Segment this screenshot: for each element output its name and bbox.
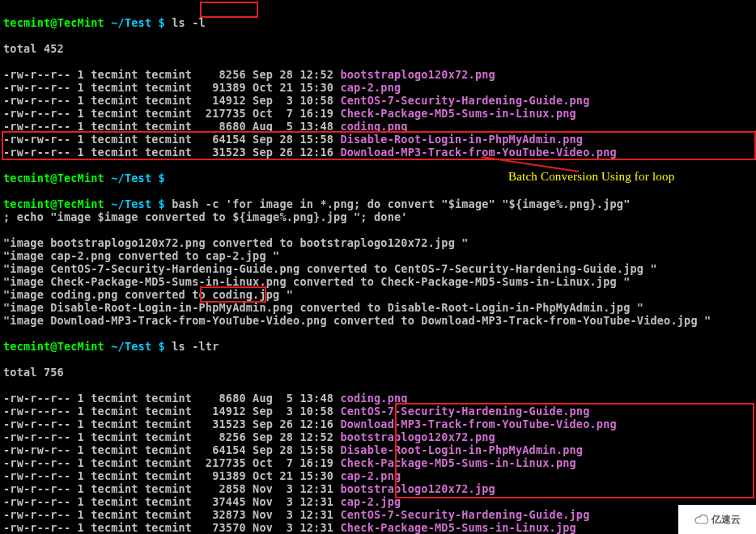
file-row: -rw-r--r-- 1 tecmint tecmint 31523 Sep 2…	[3, 146, 753, 159]
annotation-label: Batch Conversion Using for loop	[508, 170, 674, 183]
filename: Disable-Root-Login-in-PhpMyAdmin.png	[340, 443, 583, 456]
listing-1: -rw-r--r-- 1 tecmint tecmint 8256 Sep 28…	[3, 68, 753, 159]
filename: cap-2.png	[340, 469, 401, 482]
filename: Download-MP3-Track-from-YouTube-Video.pn…	[340, 146, 616, 159]
prompt-line-1: tecmint@TecMint ~/Test $ ls -l	[3, 16, 753, 29]
filename: Check-Package-MD5-Sums-in-Linux.png	[340, 107, 575, 120]
file-row: -rw-r--r-- 1 tecmint tecmint 217735 Oct …	[3, 107, 753, 120]
filename: bootstraplogo120x72.png	[340, 68, 495, 81]
prompt-line-4: tecmint@TecMint ~/Test $ ls -ltr	[3, 340, 753, 353]
file-row: -rw-r--r-- 1 tecmint tecmint 91389 Oct 2…	[3, 81, 753, 94]
echo-line: "image coding.png converted to coding.jp…	[3, 288, 753, 301]
filename: CentOS-7-Security-Hardening-Guide.png	[340, 405, 589, 417]
filename: CentOS-7-Security-Hardening-Guide.png	[340, 94, 589, 107]
filename: bootstraplogo120x72.jpg	[340, 482, 495, 495]
echo-line: "image cap-2.png converted to cap-2.jpg …	[3, 249, 753, 262]
file-row: -rw-r--r-- 1 tecmint tecmint 73570 Nov 3…	[3, 521, 753, 534]
total-2: total 756	[3, 366, 753, 379]
cloud-icon	[694, 514, 708, 525]
file-row: -rw-r--r-- 1 tecmint tecmint 31523 Sep 2…	[3, 417, 753, 430]
filename: cap-2.png	[340, 81, 401, 94]
echo-line: "image Download-MP3-Track-from-YouTube-V…	[3, 314, 753, 327]
command-bash-loop-cont: ; echo "image $image converted to ${imag…	[3, 210, 753, 223]
file-row: -rw-r--r-- 1 tecmint tecmint 32873 Nov 3…	[3, 508, 753, 521]
filename: cap-2.jpg	[340, 495, 401, 508]
prompt-user: tecmint	[3, 16, 50, 29]
echo-line: "image bootstraplogo120x72.png converted…	[3, 236, 753, 249]
file-row: -rw-r--r-- 1 tecmint tecmint 91389 Oct 2…	[3, 469, 753, 482]
file-row: -rw-r--r-- 1 tecmint tecmint 8256 Sep 28…	[3, 430, 753, 443]
filename: coding.png	[340, 120, 407, 133]
file-row: -rw-r--r-- 1 tecmint tecmint 37445 Nov 3…	[3, 495, 753, 508]
filename: coding.png	[340, 392, 407, 405]
terminal-output[interactable]: tecmint@TecMint ~/Test $ ls -l total 452…	[0, 0, 756, 534]
file-row: -rw-r--r-- 1 tecmint tecmint 8680 Aug 5 …	[3, 120, 753, 133]
total-1: total 452	[3, 42, 753, 55]
filename: CentOS-7-Security-Hardening-Guide.jpg	[340, 508, 589, 521]
echo-line: "image Check-Package-MD5-Sums-in-Linux.p…	[3, 275, 753, 288]
command-ls-l: ls -l	[172, 16, 206, 29]
file-row: -rw-r--r-- 1 tecmint tecmint 8680 Aug 5 …	[3, 392, 753, 405]
filename: Disable-Root-Login-in-PhpMyAdmin.png	[340, 133, 583, 146]
conversion-output: "image bootstraplogo120x72.png converted…	[3, 236, 753, 327]
file-row: -rw-rw-r-- 1 tecmint tecmint 64154 Sep 2…	[3, 443, 753, 456]
prompt-line-3: tecmint@TecMint ~/Test $ bash -c 'for im…	[3, 197, 753, 210]
file-row: -rw-r--r-- 1 tecmint tecmint 14912 Sep 3…	[3, 94, 753, 107]
filename: bootstraplogo120x72.png	[340, 430, 495, 443]
filename: Download-MP3-Track-from-YouTube-Video.pn…	[340, 417, 616, 430]
echo-line: "image CentOS-7-Security-Hardening-Guide…	[3, 262, 753, 275]
file-row: -rw-r--r-- 1 tecmint tecmint 217735 Oct …	[3, 456, 753, 469]
command-ls-ltr: ls -ltr	[172, 340, 219, 353]
command-bash-loop: bash -c 'for image in *.png; do convert …	[172, 197, 630, 210]
file-row: -rw-rw-r-- 1 tecmint tecmint 64154 Sep 2…	[3, 133, 753, 146]
listing-2: -rw-r--r-- 1 tecmint tecmint 8680 Aug 5 …	[3, 392, 753, 534]
file-row: -rw-r--r-- 1 tecmint tecmint 14912 Sep 3…	[3, 405, 753, 417]
filename: Check-Package-MD5-Sums-in-Linux.png	[340, 456, 575, 469]
filename: Check-Package-MD5-Sums-in-Linux.jpg	[340, 521, 575, 534]
file-row: -rw-r--r-- 1 tecmint tecmint 8256 Sep 28…	[3, 68, 753, 81]
file-row: -rw-r--r-- 1 tecmint tecmint 2858 Nov 3 …	[3, 482, 753, 495]
watermark: 亿速云	[678, 505, 756, 534]
echo-line: "image Disable-Root-Login-in-PhpMyAdmin.…	[3, 301, 753, 314]
